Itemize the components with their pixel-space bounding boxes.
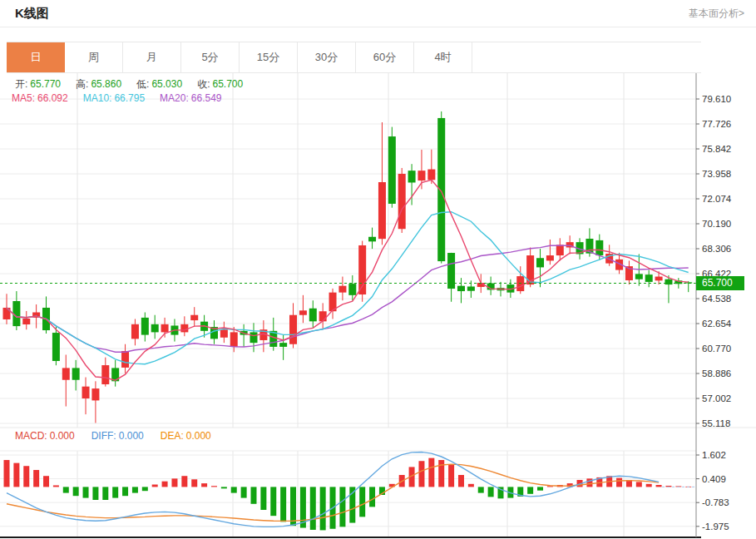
y-axis-label: 1.602 xyxy=(702,450,726,460)
tab-min15[interactable]: 15分 xyxy=(240,42,298,72)
candle-body xyxy=(299,310,307,314)
macd-bar xyxy=(488,487,494,497)
macd-bar xyxy=(63,487,69,492)
legend-item: MA5:66.092 xyxy=(12,92,68,104)
kline-chart: 79.61077.72675.84273.95872.07470.19068.3… xyxy=(0,73,756,539)
y-axis-label: -1.975 xyxy=(702,522,729,532)
macd-bar xyxy=(646,484,652,487)
candle-body xyxy=(595,240,603,255)
macd-bar xyxy=(171,478,177,487)
macd-bar xyxy=(320,487,326,530)
tab-hour4[interactable]: 4时 xyxy=(414,42,472,72)
macd-bar xyxy=(191,479,197,487)
macd-bar xyxy=(369,487,375,507)
candle-body xyxy=(289,315,297,344)
candle-body xyxy=(82,387,90,398)
tab-month[interactable]: 月 xyxy=(123,42,181,72)
macd-bar xyxy=(310,487,316,530)
macd-bar xyxy=(468,484,474,487)
macd-bar xyxy=(458,475,464,487)
macd-bar xyxy=(122,487,128,496)
fundamental-analysis-link[interactable]: 基本面分析> xyxy=(689,7,744,21)
tab-day[interactable]: 日 xyxy=(7,42,65,72)
candle-body xyxy=(131,324,139,339)
y-axis-label: 72.074 xyxy=(702,194,732,204)
tab-min5[interactable]: 5分 xyxy=(181,42,240,72)
macd-legend: MACD:0.000DIFF:0.000DEA:0.000 xyxy=(15,430,211,442)
macd-bar xyxy=(73,487,79,496)
y-axis-label: 60.770 xyxy=(702,344,731,354)
macd-bar xyxy=(656,485,662,487)
candle-body xyxy=(457,286,465,291)
macd-bar xyxy=(211,486,217,487)
candle-body xyxy=(655,277,663,281)
candle-body xyxy=(151,324,159,333)
macd-bar xyxy=(241,487,247,497)
candle-body xyxy=(319,311,327,321)
macd-bar xyxy=(438,460,444,487)
macd-bar xyxy=(132,487,138,492)
macd-bar xyxy=(201,483,207,487)
macd-bar xyxy=(418,461,424,487)
macd-bar xyxy=(162,482,168,487)
macd-bar xyxy=(142,487,148,491)
candle-body xyxy=(378,182,386,239)
y-axis-label: 79.610 xyxy=(702,94,731,104)
current-price-badge-label: 65.700 xyxy=(702,277,733,289)
candle-body xyxy=(121,351,129,368)
candle-body xyxy=(665,279,672,284)
tab-week[interactable]: 周 xyxy=(65,42,123,72)
macd-bar xyxy=(339,487,345,527)
macd-bar xyxy=(537,487,543,490)
page-title: K线图 xyxy=(15,6,49,22)
legend-item: 开:65.770 xyxy=(15,77,61,91)
candle-body xyxy=(220,329,228,338)
macd-bar xyxy=(4,460,10,487)
y-axis-label: 62.654 xyxy=(702,319,732,329)
y-axis-label: 73.958 xyxy=(702,169,731,179)
candle-body xyxy=(388,136,396,204)
y-axis-label: 68.306 xyxy=(702,244,731,254)
legend-item: MACD:0.000 xyxy=(15,430,75,442)
candle-body xyxy=(309,309,317,322)
candle-body xyxy=(230,332,238,347)
legend-item: 高:65.860 xyxy=(76,77,121,91)
legend-item: 收:65.700 xyxy=(197,77,243,91)
macd-bar xyxy=(448,465,454,487)
legend-item: DIFF:0.000 xyxy=(91,430,144,442)
y-axis-label: 55.118 xyxy=(702,418,730,428)
candle-body xyxy=(546,255,554,260)
candle-body xyxy=(161,324,169,333)
y-axis-label: 64.538 xyxy=(702,294,731,304)
macd-bar xyxy=(53,485,59,487)
tab-min30[interactable]: 30分 xyxy=(298,42,356,72)
macd-bar xyxy=(270,487,276,516)
candle-body xyxy=(536,258,544,267)
macd-bar xyxy=(428,458,434,487)
candle-body xyxy=(348,284,356,295)
macd-bar xyxy=(221,487,227,488)
macd-bar xyxy=(290,487,296,526)
legend-item: MA10:66.795 xyxy=(83,92,145,104)
candle-body xyxy=(516,276,524,291)
macd-bar xyxy=(359,487,365,517)
candle-body xyxy=(635,274,643,279)
macd-bar xyxy=(152,485,158,487)
ma10-line xyxy=(7,212,689,364)
candle-body xyxy=(12,301,20,326)
tab-min60[interactable]: 60分 xyxy=(356,42,414,72)
macd-bar xyxy=(23,466,29,487)
candle-body xyxy=(52,333,60,361)
page-header: K线图 基本面分析> xyxy=(0,0,756,27)
macd-bar xyxy=(527,487,533,493)
candle-body xyxy=(250,332,258,343)
candle-body xyxy=(279,343,287,347)
candle-body xyxy=(427,170,435,180)
macd-bar xyxy=(83,487,89,497)
candle-body xyxy=(190,315,198,320)
y-axis-label: 70.190 xyxy=(702,219,731,229)
macd-bar xyxy=(280,487,286,522)
macd-bar xyxy=(181,476,187,487)
candle-body xyxy=(91,388,99,400)
candle-body xyxy=(62,368,70,379)
